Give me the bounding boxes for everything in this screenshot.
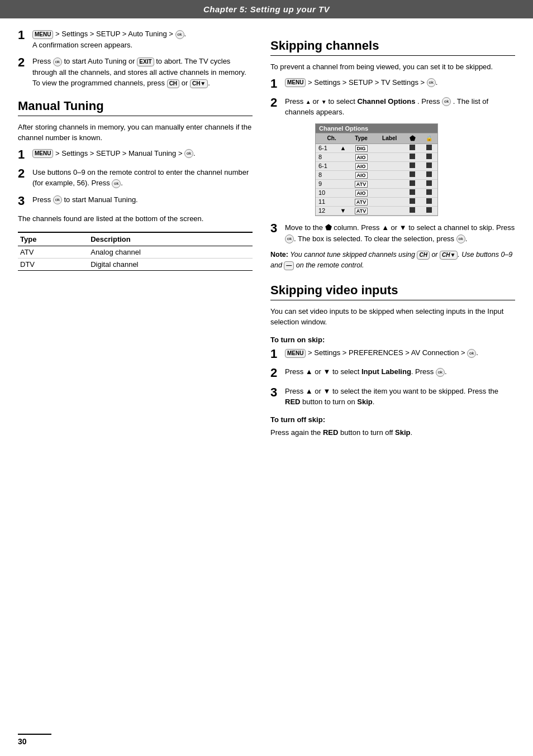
ch-grid-icon: CH <box>167 79 179 88</box>
desc-cell: Analog channel <box>88 246 253 259</box>
manual-step1-text: > Settings > SETUP > Manual Tuning > <box>55 149 182 157</box>
ch-type-cell: AIO <box>348 161 374 170</box>
video-step3-content: Press ▲ or ▼ to select the item you want… <box>285 386 515 408</box>
note-block: Note: You cannot tune skipped channels u… <box>270 250 515 271</box>
ch-type-cell: AIO <box>348 170 374 179</box>
skipping-channels-title: Skipping channels <box>270 39 515 53</box>
ch-type-cell: ATV <box>348 197 374 206</box>
menu-icon-v1: MENU <box>285 349 306 358</box>
manual-step2-text: Use buttons 0–9 on the remote control to… <box>32 168 249 188</box>
video-step2: 2 Press ▲ or ▼ to select Input Labeling.… <box>270 366 515 380</box>
skip-step1-text: > Settings > SETUP > TV Settings > <box>308 78 425 87</box>
arrow-down-s2: ▼ <box>321 99 329 105</box>
red-label-off: RED <box>323 428 338 437</box>
ch-list-icon: CH▼ <box>190 79 208 88</box>
channel-row: 6-1 AIO <box>316 161 437 170</box>
channel-row: 9 ATV <box>316 179 437 188</box>
skip-step1: 1 MENU > Settings > SETUP > TV Settings … <box>270 77 515 90</box>
ch-lock-cell <box>421 197 437 206</box>
video-step1: 1 MENU > Settings > PREFERENCES > AV Con… <box>270 347 515 361</box>
ch-skip-cell <box>404 161 421 170</box>
type-table: Type Description ATVAnalog channelDTVDig… <box>18 232 253 271</box>
skip-step-num-1: 1 <box>270 77 283 90</box>
section-divider-video <box>270 300 515 300</box>
step1-sub: A confirmation screen appears. <box>32 41 132 49</box>
step1-content: MENU > Settings > SETUP > Auto Tuning > … <box>32 28 253 50</box>
ch-num-cell: 6-1 ▲ <box>316 143 348 152</box>
channel-row: 8 AIO <box>316 170 437 179</box>
ch-lock-cell <box>421 206 437 215</box>
manual-step3-text: Press <box>32 195 51 204</box>
ok-icon-v2: ok <box>436 368 445 377</box>
note-dash-icon: — <box>284 261 294 270</box>
manual-footer: The channels found are listed at the bot… <box>18 213 253 224</box>
channel-row: 8 AIO <box>316 152 437 161</box>
ch-type-cell: AIO <box>348 152 374 161</box>
skipping-channels-desc: To prevent a channel from being viewed, … <box>270 61 515 73</box>
skip-label-on: Skip <box>357 398 372 406</box>
header-title: Chapter 5: Setting up your TV <box>203 4 330 14</box>
ok-icon-s3: ok <box>285 235 294 243</box>
skip-step-num-2: 2 <box>270 96 283 109</box>
ch-label-cell <box>375 206 404 215</box>
channel-options-inner-table: Channel Options Ch. Type Label ⬟ 🔒 6-1 ▲… <box>316 124 437 216</box>
ch-col-ch: Ch. <box>316 133 348 143</box>
ch-num-cell: 8 <box>316 152 348 161</box>
turn-off-text: Press again the RED button to turn off S… <box>270 427 515 438</box>
manual-step1: 1 MENU > Settings > SETUP > Manual Tunin… <box>18 148 253 161</box>
ch-lock-cell <box>421 179 437 188</box>
step-num-1: 1 <box>18 28 30 42</box>
skip-step3-content: Move to the ⬟ column. Press ▲ or ▼ to se… <box>285 222 515 245</box>
skip-column-icon: ⬟ <box>325 223 332 232</box>
table-row: DTVDigital channel <box>18 259 253 271</box>
skipping-video-title: Skipping video inputs <box>270 283 515 298</box>
ch-label-cell <box>375 197 404 206</box>
ch-num-cell: 10 <box>316 188 348 197</box>
ch-col-skip: ⬟ <box>404 133 421 143</box>
type-cell: DTV <box>18 259 88 271</box>
channel-options-header: Channel Options <box>316 124 437 133</box>
step-num-2: 2 <box>18 56 30 69</box>
step2-content: Press ok to start Auto Tuning or EXIT to… <box>32 56 253 89</box>
arrow-up-s2: ▲ <box>306 99 313 105</box>
ch-skip-cell <box>404 188 421 197</box>
step2-sub2: or <box>182 79 188 87</box>
manual-step3-suffix: to start Manual Tuning. <box>64 195 137 204</box>
manual-step3: 3 Press ok to start Manual Tuning. <box>18 194 253 208</box>
ok-icon-m2: ok <box>112 179 121 188</box>
ch-label-cell <box>375 143 404 152</box>
ch-col-label: Label <box>375 133 404 143</box>
ch-skip-cell <box>404 152 421 161</box>
manual-tuning-desc: After storing channels in memory, you ca… <box>18 122 253 143</box>
ch-col-lock: 🔒 <box>421 133 437 143</box>
channel-row: 6-1 ▲ DIG <box>316 143 437 152</box>
step2-press: Press <box>32 57 51 65</box>
skip-step2: 2 Press ▲ or ▼ to select Channel Options… <box>270 96 515 118</box>
section-divider-manual <box>18 116 253 116</box>
ch-label-cell <box>375 152 404 161</box>
video-step-num-3: 3 <box>270 386 283 399</box>
ch-num-cell: 11 <box>316 197 348 206</box>
ch-num-cell: 6-1 <box>316 161 348 170</box>
ch-label-cell <box>375 188 404 197</box>
ok-icon-m1: ok <box>184 149 193 158</box>
ch-lock-cell <box>421 170 437 179</box>
manual-step2-content: Use buttons 0–9 on the remote control to… <box>32 167 253 189</box>
manual-step3-content: Press ok to start Manual Tuning. <box>32 194 253 205</box>
video-step3: 3 Press ▲ or ▼ to select the item you wa… <box>270 386 515 408</box>
skipping-video-desc: You can set video inputs to be skipped w… <box>270 306 515 328</box>
channel-row: 11 ATV <box>316 197 437 206</box>
note-text: You cannot tune skipped channels using C… <box>270 251 512 269</box>
autotuning-step2: 2 Press ok to start Auto Tuning or EXIT … <box>18 56 253 89</box>
manual-step-num-3: 3 <box>18 194 30 208</box>
ch-lock-cell <box>421 152 437 161</box>
ok-icon2: ok <box>53 58 62 66</box>
desc-cell: Digital channel <box>88 259 253 271</box>
note-chdown-icon: CH▼ <box>440 251 458 260</box>
exit-icon: EXIT <box>137 58 154 66</box>
ok-icon-s2: ok <box>442 97 451 106</box>
page-header: Chapter 5: Setting up your TV <box>0 0 533 18</box>
ch-num-cell: 12 ▼ <box>316 206 348 215</box>
ch-num-cell: 9 <box>316 179 348 188</box>
page-number: 30 <box>18 737 27 746</box>
